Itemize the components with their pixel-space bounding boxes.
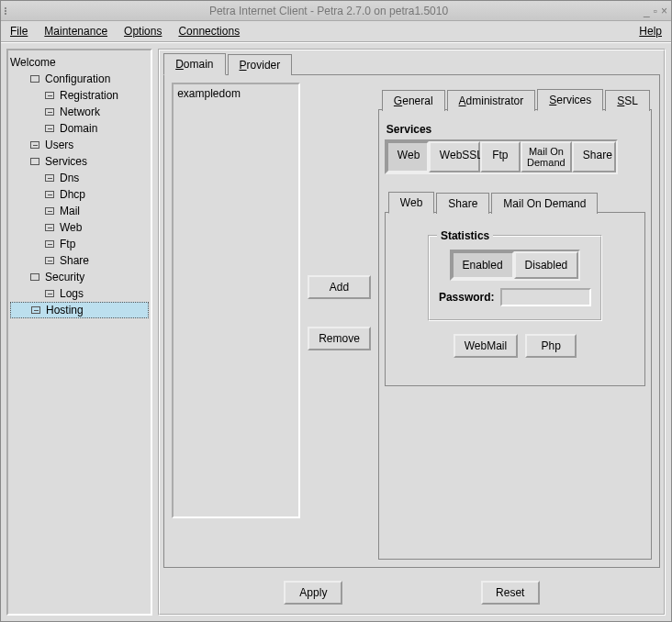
titlebar: Petra Internet Client - Petra 2.7.0 on p…: [1, 1, 671, 21]
password-input[interactable]: [500, 288, 591, 306]
tree-item-label: Registration: [60, 87, 118, 104]
menu-maintenance[interactable]: Maintenance: [44, 25, 107, 38]
maximize-icon[interactable]: ▫: [654, 5, 657, 17]
tree-root[interactable]: Welcome: [10, 54, 149, 71]
tab-mod2[interactable]: Mail On Demand: [491, 193, 598, 214]
box-icon: [28, 140, 41, 150]
minimize-icon[interactable]: _: [644, 5, 650, 17]
app-window: Petra Internet Client - Petra 2.7.0 on p…: [0, 0, 672, 622]
tree-item-label: Web: [60, 219, 82, 236]
tree-item-label: Security: [45, 269, 84, 285]
tree-item-ftp[interactable]: Ftp: [10, 236, 149, 252]
tree-item-label: Dns: [60, 170, 79, 186]
stats-enabled[interactable]: Enabled: [452, 251, 514, 279]
tree-item-label: Share: [60, 252, 89, 269]
tab-provider[interactable]: Provider: [228, 54, 293, 75]
box-icon: [43, 239, 56, 249]
tree-item-label: Logs: [60, 285, 84, 302]
box-icon: [43, 124, 56, 133]
menu-help[interactable]: Help: [639, 25, 662, 38]
tree-item-web[interactable]: Web: [10, 219, 149, 236]
add-button[interactable]: Add: [308, 275, 371, 299]
tree-item-label: Ftp: [60, 236, 75, 252]
tree-item-dhcp[interactable]: Dhcp: [10, 186, 149, 203]
apply-button[interactable]: Apply: [284, 581, 342, 605]
tree-item-mail[interactable]: Mail: [10, 203, 149, 219]
remove-button[interactable]: Remove: [308, 327, 371, 350]
box-icon: [43, 190, 56, 199]
content-area: Welcome ConfigurationRegistrationNetwork…: [1, 43, 671, 621]
php-button[interactable]: Php: [525, 334, 577, 358]
tree-item-label: Mail: [60, 203, 80, 219]
services-tab-body: Services Web WebSSL Ftp Mail On Demand S…: [378, 109, 652, 560]
box-icon: [43, 206, 56, 216]
tree-item-label: Hosting: [46, 302, 84, 318]
password-label: Password:: [439, 291, 495, 304]
tab-domain[interactable]: Domain: [163, 53, 225, 75]
tree-item-users[interactable]: Users: [10, 137, 149, 153]
window-title: Petra Internet Client - Petra 2.7.0 on p…: [14, 5, 644, 17]
tree-item-hosting[interactable]: Hosting: [10, 302, 149, 318]
tab-services[interactable]: Services: [537, 89, 603, 111]
statistics-legend: Statistics: [437, 229, 493, 242]
box-icon: [43, 289, 56, 298]
service-webssl[interactable]: WebSSL: [429, 141, 480, 172]
domain-list[interactable]: exampledom: [172, 83, 300, 518]
folder-icon: [28, 272, 41, 282]
tab-ssl[interactable]: SSL: [605, 90, 650, 111]
services-toggle-row: Web WebSSL Ftp Mail On Demand Share: [385, 139, 618, 174]
nav-tree[interactable]: Welcome ConfigurationRegistrationNetwork…: [6, 49, 152, 616]
services-label: Services: [386, 123, 645, 136]
box-icon: [43, 256, 56, 265]
tree-item-label: Services: [45, 153, 87, 170]
service-web[interactable]: Web: [386, 141, 429, 172]
box-icon: [29, 305, 42, 315]
titlebar-grip: [5, 7, 14, 15]
service-ftp[interactable]: Ftp: [480, 141, 521, 172]
reset-button[interactable]: Reset: [481, 581, 540, 605]
tree-item-configuration[interactable]: Configuration: [10, 71, 149, 87]
tree-item-label: Users: [45, 137, 73, 153]
tree-item-label: Dhcp: [60, 186, 85, 203]
tree-item-domain[interactable]: Domain: [10, 120, 149, 137]
service-mod[interactable]: Mail On Demand: [521, 141, 572, 172]
menubar: File Maintenance Options Connections Hel…: [1, 21, 671, 43]
main-panel: Domain Provider exampledom Add Remove Ge…: [158, 49, 666, 616]
tab-administrator[interactable]: Administrator: [447, 90, 536, 111]
web-subtab-body: Statistics Enabled Disabled Password:: [385, 212, 645, 386]
menu-options[interactable]: Options: [124, 25, 162, 38]
menu-connections[interactable]: Connections: [178, 25, 240, 38]
stats-disabled[interactable]: Disabled: [514, 251, 579, 279]
tree-item-label: Domain: [60, 120, 97, 137]
tab-share2[interactable]: Share: [436, 193, 489, 214]
tree-item-label: Configuration: [45, 71, 110, 87]
box-icon: [43, 173, 56, 183]
webmail-button[interactable]: WebMail: [454, 334, 518, 358]
service-share[interactable]: Share: [572, 141, 616, 172]
tree-item-label: Network: [60, 104, 100, 120]
tree-item-services[interactable]: Services: [10, 153, 149, 170]
tree-item-logs[interactable]: Logs: [10, 285, 149, 302]
list-item[interactable]: exampledom: [175, 86, 297, 101]
box-icon: [43, 107, 56, 117]
tree-item-security[interactable]: Security: [10, 269, 149, 285]
folder-icon: [28, 157, 41, 166]
right-area: General Administrator Services SSL Servi…: [378, 83, 652, 560]
bottom-button-row: Apply Reset: [160, 572, 664, 614]
tree-item-network[interactable]: Network: [10, 104, 149, 120]
box-icon: [43, 91, 56, 100]
folder-icon: [28, 74, 41, 83]
box-icon: [43, 223, 56, 232]
tab-body: exampledom Add Remove General Administra…: [163, 74, 660, 568]
tab-web2[interactable]: Web: [388, 192, 434, 214]
tree-item-dns[interactable]: Dns: [10, 170, 149, 186]
tree-item-registration[interactable]: Registration: [10, 87, 149, 104]
tree-item-share[interactable]: Share: [10, 252, 149, 269]
statistics-group: Statistics Enabled Disabled Password:: [428, 235, 602, 321]
menu-file[interactable]: File: [10, 25, 28, 38]
close-icon[interactable]: ×: [661, 5, 667, 17]
tab-general[interactable]: General: [382, 90, 445, 111]
